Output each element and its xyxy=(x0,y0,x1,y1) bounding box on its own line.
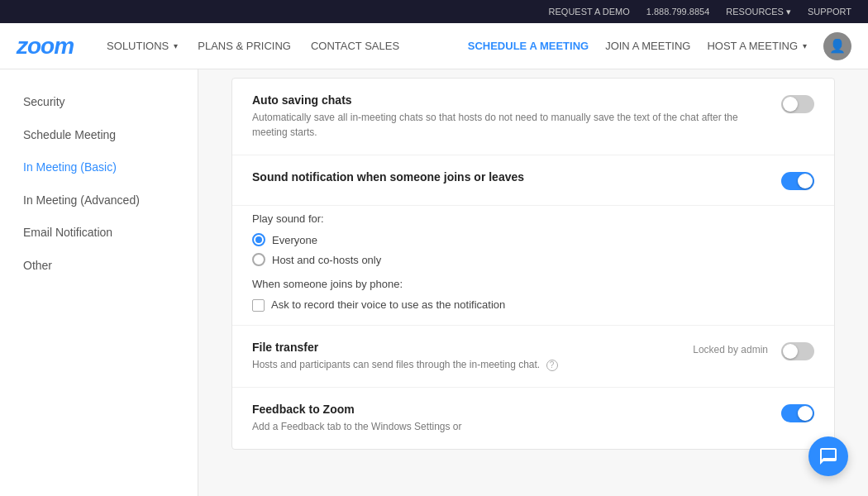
sound-notification-control xyxy=(781,170,814,190)
checkbox-group: Ask to record their voice to use as the … xyxy=(252,298,814,312)
logo[interactable]: zoom xyxy=(17,33,74,60)
sidebar-item-other[interactable]: Other xyxy=(0,250,198,283)
auto-saving-chats-title: Auto saving chats xyxy=(252,93,765,107)
feedback-to-zoom-row: Feedback to Zoom Add a Feedback tab to t… xyxy=(232,388,834,449)
radio-host-cohosts-label: Host and co-hosts only xyxy=(272,254,381,266)
solutions-link[interactable]: SOLUTIONS ▾ xyxy=(107,40,178,52)
phone-join-label: When someone joins by phone: xyxy=(252,278,814,290)
chevron-down-icon: ▾ xyxy=(803,41,807,50)
support-link[interactable]: SUPPORT xyxy=(808,7,851,17)
feedback-to-zoom-toggle[interactable] xyxy=(781,404,814,422)
chat-bubble[interactable] xyxy=(808,436,848,476)
file-transfer-toggle[interactable] xyxy=(781,342,814,360)
settings-group: Auto saving chats Automatically save all… xyxy=(231,78,835,450)
play-sound-label: Play sound for: xyxy=(252,212,814,225)
resources-link[interactable]: RESOURCES ▾ xyxy=(726,7,791,17)
nav-links-right: SCHEDULE A MEETING JOIN A MEETING HOST A… xyxy=(468,32,851,60)
radio-host-cohosts-circle xyxy=(252,253,265,266)
sound-notification-row: Sound notification when someone joins or… xyxy=(232,155,834,206)
feedback-to-zoom-info: Feedback to Zoom Add a Feedback tab to t… xyxy=(252,403,781,434)
checkbox-record-voice[interactable]: Ask to record their voice to use as the … xyxy=(252,298,814,312)
checkbox-record-voice-label: Ask to record their voice to use as the … xyxy=(271,298,505,311)
host-meeting-link[interactable]: HOST A MEETING ▾ xyxy=(707,40,807,52)
schedule-meeting-link[interactable]: SCHEDULE A MEETING xyxy=(468,40,589,52)
avatar[interactable]: 👤 xyxy=(823,32,851,60)
radio-host-cohosts[interactable]: Host and co-hosts only xyxy=(252,253,814,266)
sidebar-item-security[interactable]: Security xyxy=(0,86,198,119)
chat-icon xyxy=(818,446,838,466)
page-layout: Security Schedule Meeting In Meeting (Ba… xyxy=(0,69,868,496)
sound-sub-settings: Play sound for: Everyone Host and co-hos… xyxy=(232,206,834,326)
auto-saving-chats-desc: Automatically save all in-meeting chats … xyxy=(252,110,765,140)
contact-sales-link[interactable]: CONTACT SALES xyxy=(311,40,399,52)
sound-notification-toggle[interactable] xyxy=(781,172,814,190)
feedback-to-zoom-control xyxy=(781,403,814,422)
request-demo-link[interactable]: REQUEST A DEMO xyxy=(549,7,630,17)
auto-saving-chats-control xyxy=(781,93,814,113)
radio-everyone-circle xyxy=(252,233,265,246)
radio-everyone-label: Everyone xyxy=(272,234,317,246)
chevron-down-icon: ▾ xyxy=(174,41,178,50)
feedback-to-zoom-title: Feedback to Zoom xyxy=(252,403,765,416)
sidebar-item-email-notification[interactable]: Email Notification xyxy=(0,217,198,250)
feedback-to-zoom-desc: Add a Feedback tab to the Windows Settin… xyxy=(252,419,765,434)
main-nav: zoom SOLUTIONS ▾ PLANS & PRICING CONTACT… xyxy=(0,23,868,69)
sound-notification-info: Sound notification when someone joins or… xyxy=(252,170,781,187)
sound-notification-title: Sound notification when someone joins or… xyxy=(252,170,765,184)
chevron-down-icon: ▾ xyxy=(786,7,791,17)
checkbox-record-voice-box xyxy=(252,299,265,312)
file-transfer-row: File transfer Hosts and participants can… xyxy=(232,326,834,388)
file-transfer-control xyxy=(781,341,814,360)
sidebar: Security Schedule Meeting In Meeting (Ba… xyxy=(0,69,198,496)
auto-saving-chats-row: Auto saving chats Automatically save all… xyxy=(232,79,834,155)
auto-saving-chats-info: Auto saving chats Automatically save all… xyxy=(252,93,781,140)
info-icon[interactable]: ? xyxy=(546,360,558,371)
locked-label: Locked by admin xyxy=(693,344,768,355)
phone-link[interactable]: 1.888.799.8854 xyxy=(646,7,709,17)
utility-bar: REQUEST A DEMO 1.888.799.8854 RESOURCES … xyxy=(0,0,868,23)
plans-pricing-link[interactable]: PLANS & PRICING xyxy=(198,40,291,52)
play-sound-radio-group: Everyone Host and co-hosts only xyxy=(252,233,814,266)
file-transfer-title: File transfer xyxy=(252,341,765,354)
sidebar-item-schedule-meeting[interactable]: Schedule Meeting xyxy=(0,119,198,152)
auto-saving-chats-toggle[interactable] xyxy=(781,95,814,113)
main-content: Auto saving chats Automatically save all… xyxy=(198,69,868,496)
radio-everyone[interactable]: Everyone xyxy=(252,233,814,246)
sidebar-item-in-meeting-advanced[interactable]: In Meeting (Advanced) xyxy=(0,184,198,217)
sidebar-item-in-meeting-basic[interactable]: In Meeting (Basic) xyxy=(0,151,198,184)
nav-links-left: SOLUTIONS ▾ PLANS & PRICING CONTACT SALE… xyxy=(107,40,443,52)
file-transfer-desc: Hosts and participants can send files th… xyxy=(252,357,765,372)
join-meeting-link[interactable]: JOIN A MEETING xyxy=(605,40,690,52)
